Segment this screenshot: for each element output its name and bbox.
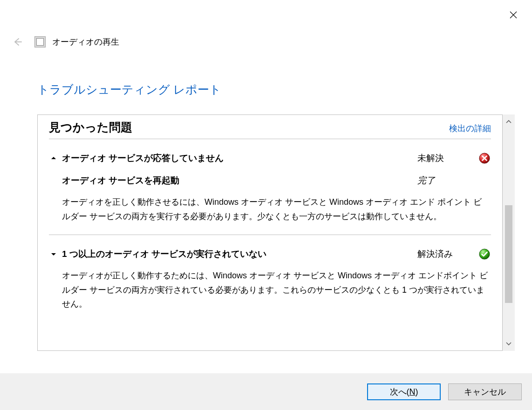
- issue-header[interactable]: 1 つ以上のオーディオ サービスが実行されていない 解決済み: [49, 248, 491, 260]
- issue-action: オーディオ サービスを再起動 完了: [49, 175, 491, 187]
- close-icon: [510, 11, 517, 19]
- section-title: 見つかった問題: [49, 120, 132, 135]
- detection-details-link[interactable]: 検出の詳細: [449, 123, 491, 135]
- app-icon: [34, 36, 46, 47]
- next-button[interactable]: 次へ(N): [367, 383, 441, 400]
- issues-list: 見つかった問題 検出の詳細 オーディオ サービスが応答していません 未解決: [37, 114, 503, 351]
- vertical-scrollbar[interactable]: [503, 114, 515, 351]
- report-heading: トラブルシューティング レポート: [37, 82, 221, 97]
- cancel-button[interactable]: キャンセル: [448, 383, 522, 400]
- issue-status: 解決済み: [417, 248, 478, 260]
- back-button[interactable]: [10, 35, 24, 49]
- button-label: 次へ(N): [390, 386, 418, 397]
- expand-toggle[interactable]: [49, 251, 58, 257]
- title-bar: オーディオの再生: [10, 35, 119, 49]
- issue-status: 未解決: [417, 152, 478, 164]
- arrow-left-icon: [13, 37, 22, 47]
- scroll-down-button[interactable]: [503, 336, 515, 351]
- button-label: キャンセル: [464, 386, 506, 397]
- dialog-footer: 次へ(N) キャンセル: [0, 373, 532, 410]
- scroll-up-button[interactable]: [503, 114, 515, 129]
- chevron-up-icon: [51, 155, 56, 161]
- scroll-thumb[interactable]: [505, 205, 512, 303]
- caret-up-icon: [505, 119, 512, 125]
- issue-title: オーディオ サービスが応答していません: [62, 152, 417, 164]
- action-status: 完了: [417, 175, 491, 187]
- collapse-toggle[interactable]: [49, 155, 58, 161]
- chevron-down-icon: [51, 251, 56, 257]
- caret-down-icon: [505, 340, 512, 347]
- issue-description: オーディオを正しく動作させるには、Windows オーディオ サービスと Win…: [49, 195, 491, 223]
- close-button[interactable]: [504, 6, 523, 24]
- report-panel: 見つかった問題 検出の詳細 オーディオ サービスが応答していません 未解決: [37, 114, 515, 351]
- fixed-icon: [478, 249, 491, 260]
- issue-header[interactable]: オーディオ サービスが応答していません 未解決: [49, 152, 491, 164]
- issue-description: オーディオが正しく動作するためには、Windows オーディオ サービスと Wi…: [49, 269, 491, 311]
- section-header: 見つかった問題 検出の詳細: [49, 120, 491, 139]
- error-icon: [478, 153, 491, 164]
- issue-item: 1 つ以上のオーディオ サービスが実行されていない 解決済み: [49, 235, 491, 311]
- action-title: オーディオ サービスを再起動: [49, 175, 417, 187]
- issue-item: オーディオ サービスが応答していません 未解決: [49, 139, 491, 223]
- window-title: オーディオの再生: [52, 36, 119, 47]
- issue-title: 1 つ以上のオーディオ サービスが実行されていない: [62, 248, 417, 260]
